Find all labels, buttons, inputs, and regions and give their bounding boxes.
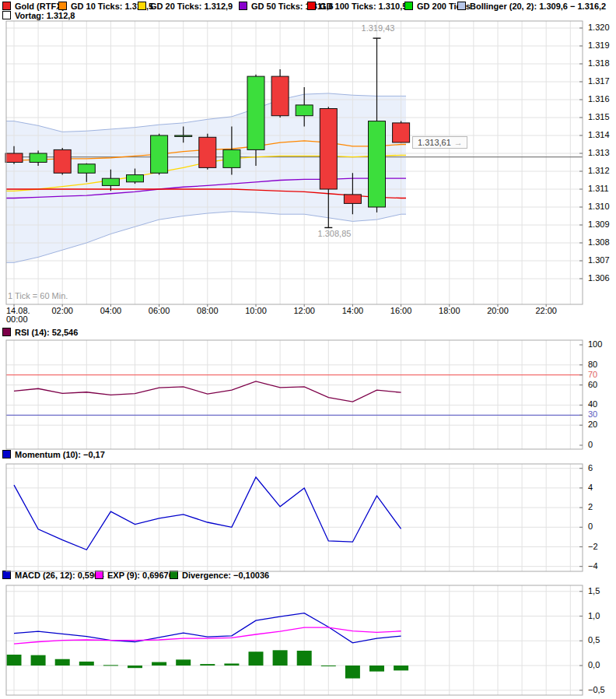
y-tick-label: 1.315 [588, 113, 610, 121]
y-tick-label: 1.312 [588, 167, 610, 175]
y-tick-label: 1,5 [588, 587, 600, 595]
candle-11:00 [271, 69, 289, 118]
y-tick-label: 1,0 [588, 612, 600, 620]
x-tick-label: 20:00 [485, 307, 511, 315]
last-price-marker: 1.313,61→ [412, 136, 467, 149]
y-tick-label: 1.308 [588, 238, 610, 247]
y-tick-label: 1.309 [588, 220, 610, 229]
arrow-right-icon: → [454, 138, 463, 147]
y-tick-label: −2 [588, 543, 598, 551]
price-hgrid [6, 28, 583, 279]
y-tick-label: 1.311 [588, 184, 609, 193]
divergence-bar [224, 663, 239, 666]
divergence-bar [273, 650, 288, 666]
chart-root: Gold (RTFX) GD 10 Ticks: 1.313,5 GD 20 T… [0, 0, 616, 699]
low-annotation: 1.308,85 [314, 229, 355, 238]
y-tick-label: 1.310 [588, 202, 610, 211]
x-tick-label: 18:00 [436, 307, 463, 315]
y-tick-label: 0 [588, 522, 593, 531]
divergence-bar [394, 666, 408, 670]
x-tick-label: 08:00 [194, 307, 221, 315]
x-tick-label: 10:00 [243, 307, 269, 315]
divergence-bar [176, 659, 191, 666]
divergence-bar [200, 664, 215, 666]
y-tick-label: 30 [588, 410, 597, 419]
y-tick-label: 4 [588, 483, 593, 492]
divergence-bar [249, 652, 264, 666]
candle-02:00 [54, 148, 71, 175]
chart-canvas[interactable] [0, 0, 616, 699]
rsi-vgrid [14, 340, 570, 449]
candle-15:00 [369, 38, 386, 213]
rsi-frame [6, 340, 583, 449]
momentum-frame [6, 464, 583, 571]
momentum-vgrid [14, 464, 570, 571]
y-tick-label: 0 [588, 441, 593, 449]
x-tick-label: 02:00 [49, 307, 75, 315]
y-tick-label: 1.307 [588, 256, 610, 265]
y-tick-label: 0,0 [588, 661, 600, 669]
divergence-bar [79, 662, 94, 666]
y-tick-label: 6 [588, 464, 593, 472]
y-tick-label: −0,5 [588, 686, 605, 694]
y-tick-label: 100 [588, 340, 602, 349]
divergence-bar [369, 666, 384, 672]
divergence-bar [55, 659, 70, 666]
x-tick-label: 16:00 [388, 307, 415, 315]
y-tick-label: 1.317 [588, 77, 610, 86]
x-tick-label: 22:00 [533, 307, 559, 315]
divergence-bar [7, 655, 22, 666]
x-tick-label: 14.08.00:00 [6, 307, 30, 324]
y-tick-label: 70 [588, 371, 597, 379]
y-tick-label: 1.319 [588, 41, 610, 50]
last-price-value: 1.313,61 [418, 138, 451, 147]
divergence-bar [31, 655, 46, 666]
high-annotation: 1.319,43 [358, 23, 398, 33]
y-tick-label: 0,5 [588, 636, 600, 645]
candle-16:00 [393, 121, 410, 143]
y-tick-label: 1.318 [588, 59, 610, 68]
y-tick-label: 1.313 [588, 149, 610, 157]
y-tick-label: 1.316 [588, 95, 610, 104]
y-tick-label: 80 [588, 360, 597, 369]
y-tick-label: −4 [588, 562, 598, 571]
y-tick-label: 2 [588, 503, 593, 511]
x-tick-label: 06:00 [146, 307, 173, 315]
candle-08:00 [199, 134, 216, 170]
candle-06:00 [151, 134, 168, 175]
divergence-bar [128, 666, 142, 668]
x-tick-label: 04:00 [97, 307, 124, 315]
x-tick-label: 12:00 [291, 307, 317, 315]
divergence-bar [345, 666, 360, 679]
divergence-bar [321, 666, 336, 666]
divergence-bar [297, 651, 312, 666]
tick-interval-note: 1 Tick = 60 Min. [8, 291, 68, 300]
y-tick-label: 1.306 [588, 274, 610, 283]
y-tick-label: 40 [588, 400, 597, 409]
y-tick-label: 1.314 [588, 131, 610, 139]
divergence-bar [152, 662, 166, 666]
divergence-bar [103, 665, 118, 666]
y-tick-label: 20 [588, 420, 597, 429]
y-tick-label: 1.320 [588, 23, 610, 32]
y-tick-label: 60 [588, 381, 597, 389]
x-tick-label: 14:00 [339, 307, 366, 315]
